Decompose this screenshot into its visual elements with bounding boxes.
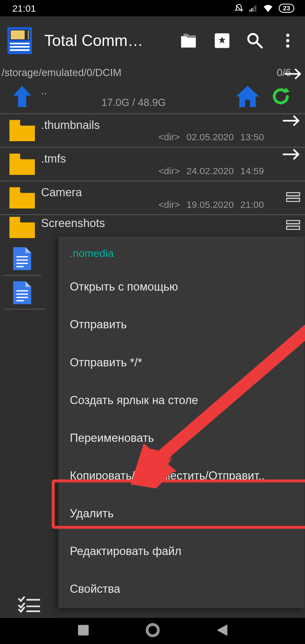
file-name: .tmfs bbox=[41, 152, 264, 165]
ctx-open-with[interactable]: Открыть с помощью bbox=[58, 268, 304, 306]
svg-rect-33 bbox=[16, 293, 28, 295]
folder-icon bbox=[3, 217, 41, 238]
file-row-camera[interactable]: Camera <dir>19.05.202021:00 bbox=[0, 181, 305, 215]
svg-rect-41 bbox=[78, 625, 88, 636]
svg-rect-28 bbox=[16, 256, 28, 258]
svg-rect-8 bbox=[10, 46, 30, 47]
app-logo-icon bbox=[7, 27, 32, 54]
ctx-create-shortcut[interactable]: Создать ярлык на столе bbox=[58, 381, 304, 419]
overflow-menu-icon[interactable] bbox=[280, 32, 296, 49]
document-icon bbox=[3, 276, 41, 309]
list-toggle-icon[interactable] bbox=[286, 220, 300, 232]
ctx-copy-move[interactable]: Копировать/Переместить/Отправит.. bbox=[58, 457, 304, 495]
ctx-send[interactable]: Отправить bbox=[58, 306, 304, 344]
refresh-icon[interactable] bbox=[264, 86, 305, 106]
file-name: Screenshots bbox=[41, 217, 264, 230]
status-bar: 21:01 23 bbox=[0, 0, 305, 16]
svg-rect-32 bbox=[16, 290, 28, 291]
home-icon[interactable] bbox=[231, 86, 264, 107]
svg-rect-2 bbox=[253, 7, 255, 12]
svg-rect-24 bbox=[9, 187, 20, 191]
recent-apps-button[interactable] bbox=[78, 625, 88, 637]
status-icons: 23 bbox=[235, 3, 294, 14]
svg-rect-31 bbox=[16, 266, 24, 267]
folders-icon[interactable] bbox=[181, 32, 197, 49]
svg-rect-7 bbox=[10, 43, 30, 44]
svg-rect-1 bbox=[252, 8, 253, 12]
svg-point-12 bbox=[248, 34, 258, 43]
up-arrow-icon[interactable] bbox=[3, 86, 41, 107]
svg-point-16 bbox=[286, 44, 289, 47]
ctx-send-any[interactable]: Отправить */* bbox=[58, 344, 304, 381]
parent-dir-label: .. bbox=[41, 84, 53, 108]
ctx-rename[interactable]: Переименовать bbox=[58, 419, 304, 457]
ctx-edit-file[interactable]: Редактировать файл bbox=[58, 532, 304, 570]
svg-point-42 bbox=[147, 625, 157, 635]
back-button[interactable] bbox=[217, 625, 227, 638]
file-name: Camera bbox=[41, 186, 264, 199]
select-toggle-button[interactable] bbox=[0, 591, 58, 618]
bookmark-icon[interactable] bbox=[214, 32, 230, 49]
file-row-thumbnails[interactable]: .thumbnails <dir>02.05.202013:50 bbox=[0, 114, 305, 148]
svg-rect-10 bbox=[25, 30, 28, 39]
svg-line-13 bbox=[257, 42, 262, 48]
forward-arrow-icon[interactable] bbox=[282, 115, 300, 128]
svg-rect-25 bbox=[286, 220, 300, 224]
search-icon[interactable] bbox=[247, 32, 263, 49]
svg-rect-35 bbox=[16, 300, 24, 301]
battery-level: 23 bbox=[279, 4, 294, 13]
svg-rect-22 bbox=[286, 192, 300, 196]
file-row-tmfs[interactable]: .tmfs <dir>24.02.202014:59 bbox=[0, 148, 305, 181]
file-meta: <dir>19.05.202021:00 bbox=[41, 199, 264, 210]
svg-rect-9 bbox=[10, 49, 30, 51]
svg-rect-30 bbox=[16, 263, 28, 264]
forward-arrow-icon[interactable] bbox=[284, 68, 302, 81]
file-name: .thumbnails bbox=[41, 119, 264, 132]
svg-rect-19 bbox=[9, 120, 20, 124]
home-button[interactable] bbox=[146, 623, 159, 639]
wifi-icon bbox=[262, 3, 274, 14]
app-bar: Total Comm… bbox=[0, 16, 305, 65]
svg-rect-0 bbox=[250, 10, 251, 12]
list-toggle-icon[interactable] bbox=[286, 192, 300, 204]
file-meta: <dir>02.05.202013:50 bbox=[41, 131, 264, 142]
dnd-icon bbox=[235, 4, 244, 13]
document-icon bbox=[3, 242, 41, 276]
forward-arrow-icon[interactable] bbox=[282, 149, 300, 162]
folder-icon bbox=[3, 120, 41, 141]
file-meta: <dir>24.02.202014:59 bbox=[41, 165, 264, 176]
svg-rect-34 bbox=[16, 297, 28, 298]
svg-point-14 bbox=[286, 34, 289, 37]
context-menu: .nomedia Открыть с помощью Отправить Отп… bbox=[58, 236, 304, 608]
storage-space: 17.0G / 48.9G bbox=[53, 85, 231, 108]
svg-rect-21 bbox=[9, 153, 20, 158]
svg-rect-23 bbox=[286, 198, 300, 202]
ctx-delete[interactable]: Удалить bbox=[58, 495, 304, 532]
path-bar[interactable]: /storage/emulated/0/DCIM 0/6 bbox=[0, 65, 305, 80]
svg-point-15 bbox=[286, 39, 289, 42]
svg-rect-29 bbox=[16, 259, 28, 261]
context-menu-title: .nomedia bbox=[58, 236, 304, 268]
clock: 21:01 bbox=[12, 3, 36, 14]
ctx-properties[interactable]: Свойства bbox=[58, 570, 304, 608]
current-path: /storage/emulated/0/DCIM bbox=[2, 66, 121, 78]
svg-rect-27 bbox=[9, 217, 20, 221]
android-nav-bar bbox=[0, 618, 305, 644]
signal-icon bbox=[248, 4, 258, 13]
svg-rect-26 bbox=[286, 226, 300, 229]
svg-rect-3 bbox=[255, 5, 257, 12]
folder-icon bbox=[3, 187, 41, 208]
app-title: Total Comm… bbox=[44, 32, 181, 49]
nav-row[interactable]: .. 17.0G / 48.9G bbox=[0, 80, 305, 114]
folder-icon bbox=[3, 153, 41, 175]
